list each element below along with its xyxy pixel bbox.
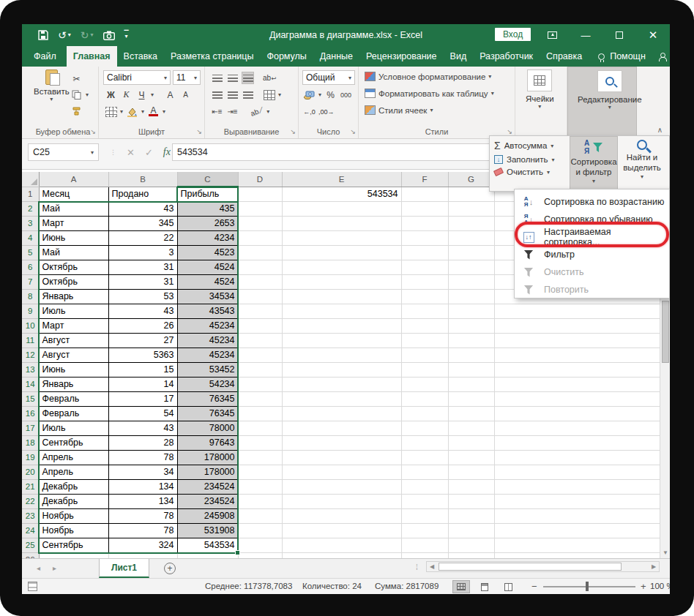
row-header-24[interactable]: 24 — [22, 523, 39, 538]
column-header-A[interactable]: A — [39, 172, 108, 187]
cell[interactable] — [282, 450, 401, 465]
cell[interactable] — [401, 435, 448, 450]
row-header-22[interactable]: 22 — [22, 494, 39, 508]
macro-record-icon[interactable] — [28, 582, 37, 591]
cell[interactable] — [494, 377, 660, 391]
cell[interactable]: Июнь — [39, 362, 108, 377]
cell[interactable] — [238, 362, 282, 377]
cell[interactable] — [238, 406, 282, 421]
tab-scroll-splitter[interactable]: ⁞ — [416, 563, 419, 571]
cell[interactable]: 234524 — [177, 479, 238, 494]
cell[interactable]: 5363 — [108, 348, 177, 362]
cell[interactable] — [448, 523, 494, 538]
cell[interactable]: 345 — [108, 216, 177, 230]
cell[interactable] — [494, 421, 660, 435]
cell[interactable] — [238, 274, 282, 289]
cell[interactable]: Март — [39, 318, 108, 333]
sort-filter-button[interactable]: АЯ Сортировка и фильтр▾ — [570, 136, 618, 191]
cell[interactable] — [401, 377, 448, 391]
tab-home[interactable]: Главная — [67, 46, 117, 67]
row-header-11[interactable]: 11 — [22, 333, 39, 348]
cell[interactable]: 26 — [108, 318, 177, 333]
maximize-icon[interactable] — [602, 30, 636, 41]
cell[interactable] — [401, 450, 448, 465]
cell[interactable]: 4523 — [177, 245, 238, 260]
cell[interactable]: 28 — [108, 435, 177, 450]
column-header-F[interactable]: F — [401, 172, 448, 187]
cell[interactable] — [448, 187, 494, 201]
horizontal-scrollbar[interactable]: ◀ ▶ — [426, 561, 660, 572]
row-header-13[interactable]: 13 — [22, 362, 39, 377]
cell[interactable] — [238, 230, 282, 245]
cell[interactable]: 435 — [177, 201, 238, 216]
cell[interactable]: Апрель — [39, 465, 108, 479]
column-header-E[interactable]: E — [282, 172, 401, 187]
cut-icon[interactable]: ✂ — [70, 72, 83, 85]
row-header-5[interactable]: 5 — [22, 245, 39, 260]
cell[interactable] — [494, 348, 660, 362]
menu-item-custom-sort[interactable]: ↓↑ Настраиваемая сортировка... — [515, 228, 669, 246]
tab-help[interactable]: Справка — [540, 46, 589, 67]
row-header-26[interactable]: 26 — [22, 552, 39, 558]
cell[interactable] — [448, 450, 494, 465]
autosum-button[interactable]: ΣАвтосумма▾ — [494, 140, 570, 151]
align-right-icon[interactable] — [242, 89, 254, 101]
cell[interactable]: 78 — [108, 508, 177, 523]
align-left-icon[interactable] — [211, 89, 223, 101]
scroll-left-icon[interactable]: ◀ — [427, 562, 437, 571]
cell[interactable]: 53 — [108, 289, 177, 304]
cell[interactable] — [448, 304, 494, 318]
cell[interactable]: Июль — [39, 421, 108, 435]
underline-button[interactable]: Ч — [135, 89, 148, 101]
cell[interactable] — [282, 289, 401, 304]
align-middle-icon[interactable] — [226, 72, 239, 84]
cell[interactable]: Прибыль — [177, 187, 238, 201]
cell[interactable] — [282, 348, 401, 362]
cell[interactable]: 45234 — [177, 348, 238, 362]
zoom-in-icon[interactable]: + — [641, 581, 646, 592]
share-button[interactable]: Поделиться — [652, 46, 670, 67]
cell[interactable]: Сентябрь — [39, 435, 108, 450]
cell[interactable] — [448, 348, 494, 362]
cell[interactable] — [448, 421, 494, 435]
cell[interactable] — [494, 538, 660, 552]
cell[interactable] — [282, 465, 401, 479]
grow-font-button[interactable]: А — [164, 89, 176, 101]
cell[interactable]: Апрель — [39, 450, 108, 465]
format-as-table-button[interactable]: Форматировать как таблицу — [378, 89, 488, 98]
row-header-2[interactable]: 2 — [22, 201, 39, 216]
cell[interactable] — [448, 230, 494, 245]
row-header-4[interactable]: 4 — [22, 230, 39, 245]
cell[interactable] — [282, 435, 401, 450]
cell[interactable] — [401, 479, 448, 494]
cell[interactable] — [494, 494, 660, 508]
cell[interactable] — [177, 552, 238, 558]
cell[interactable] — [282, 304, 401, 318]
row-header-1[interactable]: 1 — [22, 187, 39, 201]
cell[interactable]: Май — [39, 201, 108, 216]
font-dialog-launcher-icon[interactable]: ↘ — [196, 128, 202, 135]
increase-indent-icon[interactable]: ⇥≡ — [226, 105, 239, 118]
cell[interactable] — [494, 435, 660, 450]
zoom-level[interactable]: 100 % — [650, 582, 670, 590]
cell[interactable] — [282, 494, 401, 508]
cell[interactable]: 27 — [108, 333, 177, 348]
row-header-7[interactable]: 7 — [22, 274, 39, 289]
scroll-right-icon[interactable]: ▶ — [649, 562, 659, 571]
cell[interactable] — [282, 479, 401, 494]
font-size-combo[interactable]: 11▾ — [173, 70, 201, 85]
horizontal-scroll-thumb[interactable] — [439, 563, 622, 571]
cell[interactable] — [448, 201, 494, 216]
undo-icon[interactable]: ↺▾ — [58, 30, 71, 40]
cell[interactable] — [238, 289, 282, 304]
cell[interactable] — [494, 552, 660, 558]
tab-review[interactable]: Рецензирование — [359, 46, 444, 67]
cell[interactable] — [238, 450, 282, 465]
row-header-12[interactable]: 12 — [22, 348, 39, 362]
cell[interactable]: Февраль — [39, 391, 108, 406]
cell[interactable] — [282, 230, 401, 245]
sheet-nav-right-icon[interactable]: ▸ — [53, 564, 56, 572]
cell[interactable] — [448, 465, 494, 479]
cell[interactable] — [448, 289, 494, 304]
cell[interactable]: 134 — [108, 479, 177, 494]
